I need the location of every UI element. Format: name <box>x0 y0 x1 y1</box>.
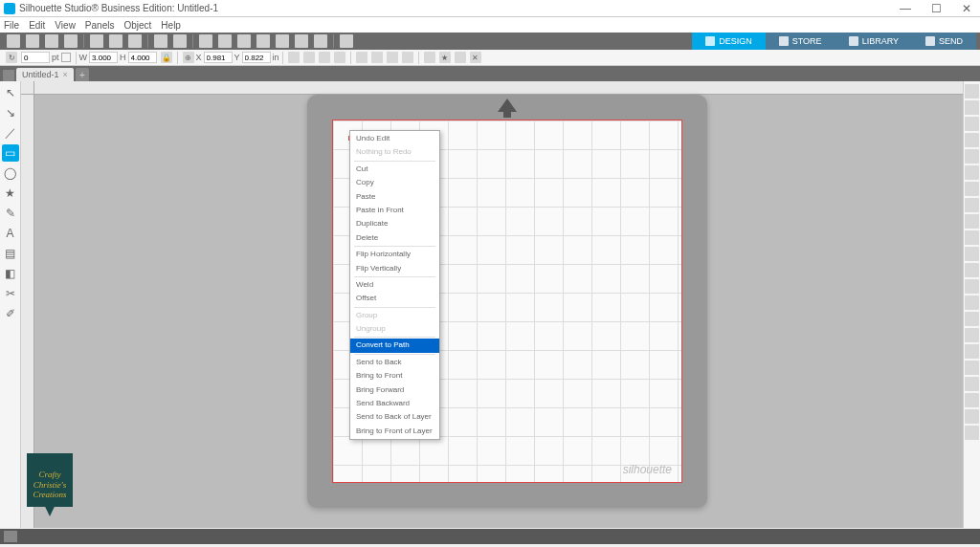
paste-icon[interactable] <box>128 34 142 48</box>
panel-emboss-icon[interactable] <box>965 295 979 310</box>
panel-stipple-icon[interactable] <box>965 279 979 294</box>
height-input[interactable] <box>128 52 157 63</box>
page-nav-icon[interactable] <box>4 531 17 542</box>
context-item-bring-forward[interactable]: Bring Forward <box>350 383 439 397</box>
align4-icon[interactable] <box>334 52 345 63</box>
menu-edit[interactable]: Edit <box>29 20 45 31</box>
menu-panels[interactable]: Panels <box>85 20 115 31</box>
panel-page-icon[interactable] <box>965 84 979 98</box>
context-item-delete[interactable]: Delete <box>350 231 439 245</box>
context-item-bring-to-front-of-layer[interactable]: Bring to Front of Layer <box>350 425 439 438</box>
panel-transform-icon[interactable] <box>965 165 979 180</box>
menu-object[interactable]: Object <box>123 20 151 31</box>
zoomin-icon[interactable] <box>237 34 251 48</box>
panel-cutstyle-icon[interactable] <box>965 361 979 375</box>
tab-library[interactable]: LIBRARY <box>835 33 912 50</box>
mirror-icon[interactable] <box>424 52 435 63</box>
panel-pixscan-icon[interactable] <box>965 100 979 115</box>
pan-icon[interactable] <box>314 34 327 48</box>
note-tool[interactable]: ▤ <box>2 245 19 262</box>
panel-fill-icon[interactable] <box>965 117 979 131</box>
fit-icon[interactable] <box>295 34 308 48</box>
context-item-bring-to-front[interactable]: Bring to Front <box>350 369 439 383</box>
panel-image-icon[interactable] <box>965 247 979 261</box>
star-icon[interactable]: ★ <box>439 52 451 63</box>
panel-barcode-icon[interactable] <box>965 377 979 391</box>
context-item-flip-horizontally[interactable]: Flip Horizontally <box>350 248 439 261</box>
panel-offset-icon[interactable] <box>965 214 979 229</box>
rotate-icon[interactable]: ↻ <box>6 52 17 63</box>
delete-icon[interactable]: ✕ <box>470 52 481 63</box>
context-item-weld[interactable]: Weld <box>350 278 439 292</box>
panel-extra-icon[interactable] <box>965 426 979 440</box>
context-item-send-to-back-of-layer[interactable]: Send to Back of Layer <box>350 410 439 424</box>
edit-points-tool[interactable]: ↘ <box>2 104 19 121</box>
document-tab[interactable]: Untitled-1 × <box>16 68 74 81</box>
panel-linestyle-icon[interactable] <box>965 133 979 147</box>
minimize-button[interactable]: — <box>896 2 915 15</box>
panel-sketch-icon[interactable] <box>965 263 979 277</box>
group4-icon[interactable] <box>402 52 413 63</box>
context-item-duplicate[interactable]: Duplicate <box>350 217 439 230</box>
panel-warp-icon[interactable] <box>965 393 979 407</box>
copy-icon[interactable] <box>109 34 122 48</box>
open-icon[interactable] <box>26 34 39 48</box>
rectangle-tool[interactable]: ▭ <box>2 144 19 162</box>
x-input[interactable] <box>204 52 233 63</box>
panel-nest-icon[interactable] <box>965 328 979 342</box>
ungroup-icon[interactable] <box>371 52 383 63</box>
context-item-offset[interactable]: Offset <box>350 292 439 305</box>
knife-tool[interactable]: ✂ <box>2 285 19 302</box>
group-icon[interactable] <box>356 52 368 63</box>
close-button[interactable]: ✕ <box>957 2 976 15</box>
panel-tiling-icon[interactable] <box>965 409 979 424</box>
xy-icon[interactable]: ⊕ <box>183 52 194 63</box>
print-icon[interactable] <box>64 34 78 48</box>
lock-aspect-icon[interactable]: 🔒 <box>161 52 172 63</box>
tab-store[interactable]: STORE <box>766 33 835 50</box>
select-tool[interactable]: ↖ <box>2 84 19 101</box>
panel-replicate-icon[interactable] <box>965 182 979 196</box>
menu-view[interactable]: View <box>55 20 76 31</box>
panel-rhinestone-icon[interactable] <box>965 312 979 326</box>
line-tool[interactable]: ／ <box>2 124 19 142</box>
context-item-paste[interactable]: Paste <box>350 190 439 204</box>
box-icon[interactable] <box>455 52 466 63</box>
text-tool[interactable]: A <box>2 225 19 242</box>
panel-trace-icon[interactable] <box>965 149 979 164</box>
width-input[interactable] <box>89 52 118 63</box>
context-item-send-backward[interactable]: Send Backward <box>350 397 439 410</box>
tab-nav-icon[interactable] <box>3 70 14 81</box>
redo-icon[interactable] <box>173 34 187 48</box>
select-icon[interactable] <box>199 34 212 48</box>
panel-modify-icon[interactable] <box>965 198 979 212</box>
rotate-input[interactable] <box>21 52 50 63</box>
cutset-icon[interactable] <box>340 34 353 48</box>
y-input[interactable] <box>242 52 271 63</box>
menu-help[interactable]: Help <box>161 20 181 31</box>
zoomout-icon[interactable] <box>256 34 270 48</box>
polygon-tool[interactable]: ★ <box>2 185 19 202</box>
canvas[interactable]: silhouette <box>34 95 963 528</box>
tab-send[interactable]: SEND <box>912 33 976 50</box>
context-item-cut[interactable]: Cut <box>350 163 439 176</box>
align3-icon[interactable] <box>319 52 330 63</box>
eraser-tool[interactable]: ◧ <box>2 265 19 282</box>
maximize-button[interactable]: ☐ <box>926 2 946 15</box>
align-icon[interactable] <box>288 52 300 63</box>
save-icon[interactable] <box>45 34 58 48</box>
tab-design[interactable]: DESIGN <box>692 33 766 50</box>
lock-check[interactable] <box>61 53 71 62</box>
align2-icon[interactable] <box>303 52 315 63</box>
context-item-copy[interactable]: Copy <box>350 176 439 189</box>
close-tab-icon[interactable]: × <box>63 70 68 79</box>
group3-icon[interactable] <box>387 52 398 63</box>
new-icon[interactable] <box>7 34 20 48</box>
context-item-convert-to-path[interactable]: Convert to Path <box>350 339 439 352</box>
context-item-flip-vertically[interactable]: Flip Vertically <box>350 262 439 275</box>
cut-icon[interactable] <box>90 34 103 48</box>
panel-media-icon[interactable] <box>965 344 979 359</box>
eyedropper-tool[interactable]: ✐ <box>2 305 19 322</box>
ellipse-tool[interactable]: ◯ <box>2 164 19 182</box>
undo-icon[interactable] <box>154 34 167 48</box>
